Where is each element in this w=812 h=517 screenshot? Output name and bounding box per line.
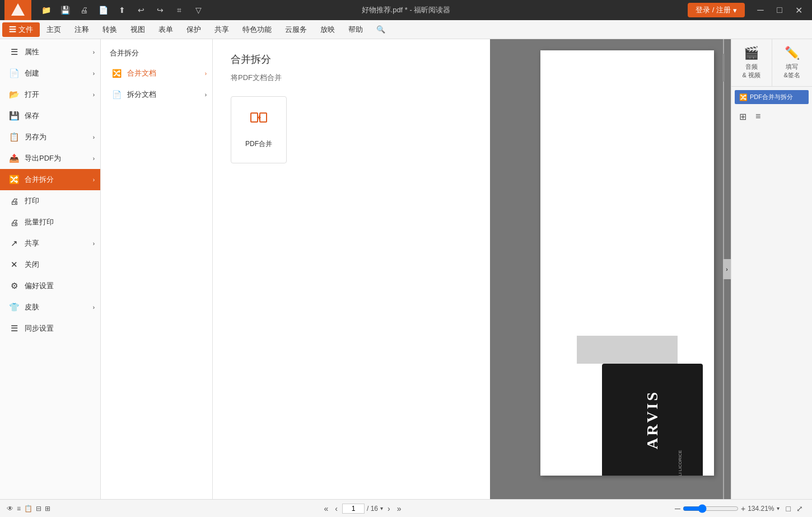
main-layout: ☰ 属性 › 📄 创建 › 📂 打开 › 💾 保存 📋 另存为 › 📤 导出PD… (0, 39, 812, 499)
menu-search[interactable]: 🔍 (370, 23, 392, 36)
menu-home[interactable]: 主页 (40, 22, 68, 37)
status-icons: 👁 ≡ 📋 ⊟ ⊞ (7, 505, 50, 513)
app-logo (4, 0, 31, 20)
title-bar-right: 登录 / 注册 ▾ ─ □ ✕ (688, 2, 808, 18)
menu-item-print[interactable]: 🖨 打印 (0, 190, 100, 212)
properties-icon: ☰ (9, 47, 19, 57)
product-label: ARVIS (643, 390, 661, 449)
list-status-icon[interactable]: ≡ (17, 505, 21, 513)
menu-convert[interactable]: 转换 (96, 22, 124, 37)
menu-item-create[interactable]: 📄 创建 › (0, 63, 100, 84)
open-tool[interactable]: 📁 (38, 2, 54, 18)
export-tool[interactable]: ⬆ (114, 2, 130, 18)
menu-item-preferences[interactable]: ⚙ 偏好设置 (0, 275, 100, 297)
arrow-icon: › (205, 70, 207, 77)
undo-tool[interactable]: ↩ (133, 2, 149, 18)
status-bar-right: ─ + 134.21% ▾ □ ⤢ (675, 503, 805, 514)
menu-item-merge[interactable]: 🔀 合并拆分 › (0, 169, 100, 190)
arrow-icon: › (93, 156, 95, 162)
menu-item-skin[interactable]: 👕 皮肤 › (0, 297, 100, 318)
eye-status-icon[interactable]: 👁 (7, 505, 13, 513)
zoom-in-button[interactable]: + (741, 504, 745, 513)
zoom-slider[interactable] (683, 504, 739, 513)
skin-icon: 👕 (9, 302, 19, 312)
clipboard-status-icon[interactable]: 📋 (24, 505, 32, 513)
single-page-icon[interactable]: ⊟ (36, 505, 41, 513)
menu-annotation[interactable]: 注释 (68, 22, 96, 37)
fullscreen-button[interactable]: ⤢ (794, 503, 805, 514)
page-number-input[interactable] (342, 504, 365, 514)
single-page-view-button[interactable]: □ (784, 503, 793, 514)
multi-page-icon[interactable]: ⊞ (45, 505, 50, 513)
right-sidebar: 🎬 音频 & 视频 ✏️ 填写 &签名 🔀 PDF合并与拆分 ⊞ ≡ (731, 39, 812, 499)
menu-cloud[interactable]: 云服务 (278, 22, 314, 37)
print-icon: 🖨 (9, 196, 19, 206)
menu-item-sync[interactable]: ☰ 同步设置 (0, 318, 100, 339)
grid-view-button[interactable]: ⊞ (736, 110, 750, 124)
pdf-merge-active-button[interactable]: 🔀 PDF合并与拆分 (735, 90, 809, 104)
menu-item-export[interactable]: 📤 导出PDF为 › (0, 148, 100, 169)
pdf-merge-card-icon (249, 111, 269, 135)
page-next-button[interactable]: › (385, 503, 393, 514)
print-tool[interactable]: 🖨 (76, 2, 92, 18)
menu-item-batch-print[interactable]: 🖨 批量打印 (0, 212, 100, 233)
arrow-icon: › (93, 177, 95, 183)
zoom-out-button[interactable]: ─ (675, 504, 680, 513)
pdf-merge-card[interactable]: PDF合并 (231, 96, 287, 163)
menu-help[interactable]: 帮助 (342, 22, 370, 37)
merge-active-icon: 🔀 (739, 93, 748, 101)
content-title: 合并拆分 (231, 53, 472, 66)
grid-tool[interactable]: ⌗ (171, 2, 187, 18)
right-collapse-button[interactable]: › (723, 259, 731, 279)
export-icon: 📤 (9, 153, 19, 163)
login-button[interactable]: 登录 / 注册 ▾ (688, 3, 745, 17)
redo-tool[interactable]: ↪ (152, 2, 168, 18)
fill-sign-icon: ✏️ (785, 46, 800, 60)
page-dropdown[interactable]: ▾ (380, 505, 383, 511)
save-icon: 💾 (9, 111, 19, 121)
audio-video-icon: 🎬 (744, 46, 759, 60)
page-prev-button[interactable]: ‹ (333, 503, 340, 514)
list-view-button[interactable]: ≡ (752, 110, 764, 124)
page-last-button[interactable]: » (395, 503, 404, 514)
pdf-page: ARVIS RELLI LICORICE (540, 50, 714, 476)
menu-item-save[interactable]: 💾 保存 (0, 105, 100, 126)
menu-file[interactable]: ☰ 文件 (2, 22, 40, 37)
close-button[interactable]: ✕ (790, 2, 808, 18)
minimize-button[interactable]: ─ (752, 2, 769, 18)
pdf-merge-active-area: 🔀 PDF合并与拆分 (731, 87, 812, 107)
menu-share[interactable]: 共享 (208, 22, 236, 37)
close-icon: ✕ (9, 260, 19, 270)
menu-item-share[interactable]: ↗ 共享 › (0, 233, 100, 254)
menu-item-saveas[interactable]: 📋 另存为 › (0, 126, 100, 148)
menu-item-properties[interactable]: ☰ 属性 › (0, 41, 100, 63)
audio-video-button[interactable]: 🎬 音频 & 视频 (731, 39, 772, 86)
title-bar-tools: 📁 💾 🖨 📄 ⬆ ↩ ↪ ⌗ ▽ (38, 2, 206, 18)
dropdown-icon: ▾ (733, 6, 737, 15)
fill-sign-button[interactable]: ✏️ 填写 &签名 (772, 39, 813, 86)
scroll-thumb[interactable] (722, 54, 725, 82)
more-tool[interactable]: ▽ (190, 2, 206, 18)
page-first-button[interactable]: « (322, 503, 331, 514)
window-title: 好物推荐.pdf * - 福昕阅读器 (362, 5, 451, 15)
menu-item-close[interactable]: ✕ 关闭 (0, 254, 100, 275)
zoom-dropdown[interactable]: ▾ (777, 505, 780, 511)
menu-item-open[interactable]: 📂 打开 › (0, 84, 100, 105)
status-bar: 👁 ≡ 📋 ⊟ ⊞ « ‹ / 16 ▾ › » ─ + 134.21% ▾ □… (0, 499, 812, 517)
save-tool[interactable]: 💾 (57, 2, 73, 18)
maximize-button[interactable]: □ (771, 2, 788, 18)
pdf-viewer[interactable]: ARVIS RELLI LICORICE › (490, 39, 731, 499)
product-sublabel: RELLI LICORICE (677, 450, 682, 476)
menu-protect[interactable]: 保护 (180, 22, 208, 37)
zoom-value: 134.21% (748, 505, 774, 513)
arrow-icon: › (93, 70, 95, 77)
menu-special[interactable]: 特色功能 (236, 22, 278, 37)
svg-marker-0 (11, 3, 25, 16)
sub-menu-split-doc[interactable]: 📄 拆分文档 › (101, 84, 212, 105)
menu-table[interactable]: 表单 (152, 22, 180, 37)
sub-menu-merge-doc[interactable]: 🔀 合并文档 › (101, 63, 212, 84)
new-doc-tool[interactable]: 📄 (95, 2, 111, 18)
menu-slideshow[interactable]: 放映 (314, 22, 342, 37)
file-menu-panel: ☰ 属性 › 📄 创建 › 📂 打开 › 💾 保存 📋 另存为 › 📤 导出PD… (0, 39, 101, 499)
menu-view[interactable]: 视图 (124, 22, 152, 37)
